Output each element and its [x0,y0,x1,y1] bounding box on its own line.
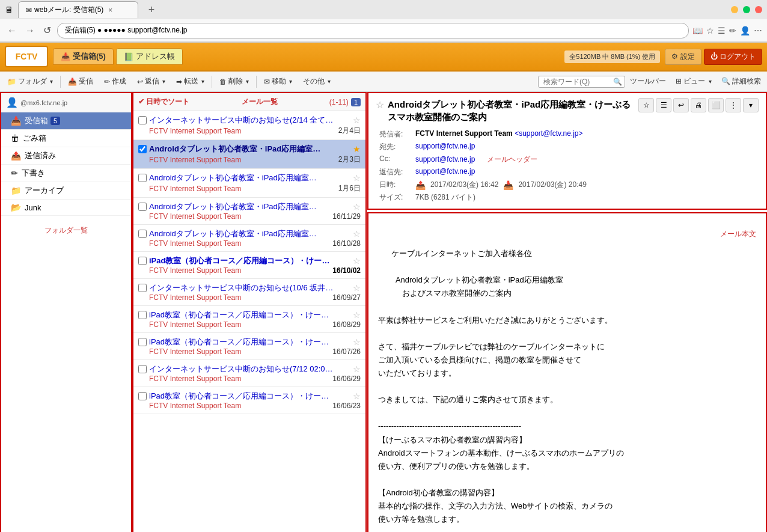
meta-to-row: 宛先: support@fctv.ne.jp [376,141,759,153]
email-checkbox-4[interactable] [138,203,147,211]
toolbar-settings-button[interactable]: ツールバー [626,75,670,88]
sidebar-item-sent[interactable]: 📤 送信済み [1,147,131,165]
tab-close-button[interactable]: × [108,6,112,14]
email-action-reply[interactable]: ↩ [673,98,689,112]
email-checkbox-2[interactable] [138,145,147,153]
list-item[interactable]: iPad教室（初心者コース／応用編コース）・けー… ☆ FCTV Interne… [133,387,365,414]
list-item[interactable]: Androidタブレット初心者教室・iPad応用編室… ☆ FCTV Inter… [133,225,365,252]
meta-replyto-row: 返信先: support@fctv.ne.jp [376,166,759,179]
profile-button[interactable]: 👤 [740,26,750,35]
star-icon-3[interactable]: ☆ [353,173,361,183]
new-tab-button[interactable]: + [143,1,160,18]
compose-button[interactable]: ✏ 作成 [99,75,131,88]
star-icon-5[interactable]: ☆ [353,229,361,239]
logout-button[interactable]: ⏻ ログアウト [704,49,762,65]
settings-button[interactable]: ⚙ 設定 [665,49,701,65]
email-action-star[interactable]: ☆ [638,98,654,112]
window-close-button[interactable] [755,6,762,13]
email-checkbox-9[interactable] [138,338,147,346]
list-item[interactable]: Androidタブレット初心者教室・iPad応用編室… ★ FCTV Inter… [133,140,365,169]
email-checkbox-11[interactable] [138,392,147,400]
address-tab[interactable]: 📗 アドレス帳 [116,48,183,65]
toolbar-divider-2 [212,76,212,88]
sidebar-item-trash[interactable]: 🗑 ごみ箱 [1,130,131,147]
forward-button[interactable]: → [23,23,37,38]
inbox-badge: 5 [50,117,60,125]
email-action-print[interactable]: 🖨 [691,98,706,112]
star-icon-1[interactable]: ☆ [353,115,361,125]
email-checkbox-3[interactable] [138,174,147,182]
window-maximize-button[interactable] [743,6,750,13]
email-subject-10: インターネットサービス中断のお知らせ(7/12 02:0… [149,364,350,375]
list-item[interactable]: インターネットサービス中断のお知らせ(10/6 坂井… ☆ FCTV Inter… [133,279,365,306]
email-action-list[interactable]: ☰ [656,98,671,112]
email-checkbox-8[interactable] [138,311,147,319]
detail-search-button[interactable]: 🔍 詳細検索 [718,75,765,88]
move-button[interactable]: ✉ 移動 ▾ [259,75,297,88]
star-icon-6[interactable]: ☆ [353,256,361,266]
list-item[interactable]: iPad教室（初心者コース／応用編コース）・けー… ☆ FCTV Interne… [133,306,365,333]
folder-button[interactable]: 📁 フォルダ ▾ [2,75,58,88]
back-button[interactable]: ← [5,23,19,38]
reply-button[interactable]: ↩ 返信 ▾ [132,75,170,88]
list-item[interactable]: インターネットサービス中断のお知らせ(2/14 全て… ☆ FCTV Inter… [133,111,365,140]
star-icon-7[interactable]: ☆ [353,283,361,293]
drafts-folder-icon: ✏ [11,168,18,178]
address-input[interactable] [57,23,689,38]
email-checkbox-7[interactable] [138,284,147,292]
list-item[interactable]: iPad教室（初心者コース／応用編コース）・けー… ☆ FCTV Interne… [133,252,365,279]
star-icon-9[interactable]: ☆ [353,337,361,347]
toolbar: 📁 フォルダ ▾ 📥 受信 ✏ 作成 ↩ 返信 ▾ ➡ 転送 ▾ 🗑 削除 ▾ … [0,72,767,92]
email-date-5: 16/10/28 [332,239,361,248]
other-button[interactable]: その他 ▾ [298,75,335,88]
email-sender-2: FCTV Internet Support Team [149,156,338,164]
email-checkbox-10[interactable] [138,365,147,373]
bookmark-button[interactable]: ☆ [706,26,714,35]
receive-button[interactable]: 📥 受信 [63,75,98,88]
list-item[interactable]: Androidタブレット初心者教室・iPad応用編室… ☆ FCTV Inter… [133,198,365,225]
email-checkbox-6[interactable] [138,257,147,265]
email-action-window[interactable]: ⬜ [708,98,724,112]
star-icon-10[interactable]: ☆ [353,364,361,374]
to-label: 宛先: [376,141,412,153]
email-action-expand[interactable]: ⋮ [726,98,741,112]
reply-dropdown-arrow: ▾ [162,78,165,85]
email-list-header: ✔ 日時でソート メール一覧 (1-11) 1 [133,93,365,111]
folder-list-link[interactable]: フォルダ一覧 [1,216,131,245]
list-item[interactable]: インターネットサービス中断のお知らせ(7/12 02:0… ☆ FCTV Int… [133,360,365,387]
list-item[interactable]: Androidタブレット初心者教室・iPad応用編室… ☆ FCTV Inter… [133,169,365,198]
extensions-button[interactable]: ✏ [729,26,736,35]
browser-tab-active[interactable]: ✉ webメール: 受信箱(5) × [18,1,138,18]
email-action-more[interactable]: ▾ [743,98,759,112]
email-star-button[interactable]: ☆ [376,99,384,111]
delete-button[interactable]: 🗑 削除 ▾ [215,75,254,88]
menu-button[interactable]: ☰ [718,26,726,35]
email-checkbox-5[interactable] [138,230,147,238]
email-date-2: 2月3日 [338,154,361,165]
sidebar-item-drafts[interactable]: ✏ 下書き [1,165,131,182]
reader-view-button[interactable]: 📖 [692,26,703,35]
sort-button[interactable]: ✔ 日時でソート [138,97,189,107]
more-button[interactable]: ⋯ [754,26,762,35]
browser-actions: 📖 ☆ ☰ ✏ 👤 ⋯ [692,26,762,35]
email-checkbox-1[interactable] [138,116,147,124]
star-icon-4[interactable]: ☆ [353,202,361,212]
star-icon-8[interactable]: ☆ [353,310,361,320]
list-item[interactable]: iPad教室（初心者コース／応用編コース）・けー… ☆ FCTV Interne… [133,333,365,360]
sidebar-item-inbox[interactable]: 📥 受信箱 5 [1,112,131,130]
unread-badge: 1 [351,98,361,106]
search-icon[interactable]: 🔍 [613,78,622,86]
star-icon-11[interactable]: ☆ [353,391,361,401]
email-header-actions: ☆ ☰ ↩ 🖨 ⬜ ⋮ ▾ [638,98,759,112]
window-minimize-button[interactable] [731,6,738,13]
sidebar-item-junk[interactable]: 📂 Junk [1,200,131,216]
view-button[interactable]: ⊞ ビュー ▾ [672,75,715,88]
search-input[interactable] [541,76,613,87]
refresh-button[interactable]: ↺ [41,22,53,38]
inbox-tab[interactable]: 📥 受信箱(5) [53,48,114,65]
window-icon: 🖥 [5,5,13,14]
forward-button[interactable]: ➡ 転送 ▾ [171,75,209,88]
star-icon-2[interactable]: ★ [353,144,361,154]
sidebar-item-archive[interactable]: 📁 アーカイブ [1,182,131,200]
mail-header-link[interactable]: メールヘッダー [487,155,537,164]
